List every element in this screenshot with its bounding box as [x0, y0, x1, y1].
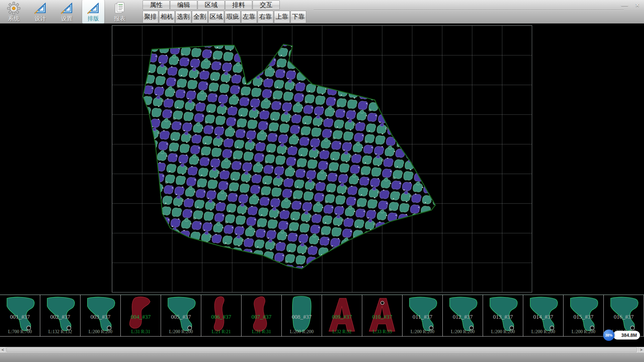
- minimize-button[interactable]: —: [621, 1, 629, 9]
- piece-lr-label: L:31 R:31: [121, 329, 161, 335]
- piece-thumbnail[interactable]: 014_#37 L:200 R:200: [523, 295, 564, 336]
- nav-tab-design[interactable]: 设计: [29, 0, 51, 23]
- piece-id-label: 012_#37: [443, 314, 483, 320]
- tool-row: 聚排 相机 选割 全割 区域 瑕疵 左靠 右靠 上靠 下靠: [143, 10, 307, 23]
- piece-id-label: 003_#37: [80, 314, 120, 320]
- menu-nesting[interactable]: 排料: [225, 0, 252, 10]
- piece-id-label: 014_#37: [523, 314, 563, 320]
- pieces-strip: 001_#37 L:700 R:700 002_#37 L:132 R:132 …: [0, 295, 644, 337]
- toolbar: 系统 设计 设置: [0, 0, 644, 23]
- report-icon: [113, 2, 126, 15]
- tool-select-cut[interactable]: 选割: [175, 11, 191, 23]
- piece-lr-label: L:200 R:200: [282, 329, 322, 335]
- nav-tab-layout[interactable]: 排版: [82, 0, 104, 23]
- piece-id-label: 005_#37: [161, 314, 201, 320]
- piece-thumbnail[interactable]: 006_#37 L:21 R:21: [201, 295, 241, 336]
- piece-thumbnail[interactable]: 011_#37 L:200 R:200: [402, 295, 443, 336]
- nav-tab-label: 报表: [114, 15, 125, 22]
- piece-id-label: 008_#37: [282, 314, 322, 320]
- tool-snap-left[interactable]: 左靠: [241, 11, 257, 23]
- gear-icon: [7, 2, 20, 15]
- nesting-canvas[interactable]: [0, 23, 644, 295]
- tool-cut-all[interactable]: 全割: [192, 11, 208, 23]
- memory-pill: 384.8M: [613, 331, 640, 340]
- piece-thumbnail[interactable]: 003_#37 L:200 R:200: [80, 295, 121, 336]
- set-square-icon: [87, 2, 100, 15]
- piece-thumbnail[interactable]: 009_#37 L:32 R:32: [322, 295, 362, 336]
- piece-id-label: 011_#37: [402, 314, 442, 320]
- piece-lr-label: L:200 R:200: [483, 329, 523, 335]
- progress-circle: 38%: [603, 329, 614, 341]
- nav-tab-label: 排版: [88, 15, 99, 22]
- close-button[interactable]: ×: [633, 1, 641, 9]
- piece-thumbnail[interactable]: 012_#37 L:200 R:200: [443, 295, 483, 336]
- horizontal-scrollbar[interactable]: < >: [0, 347, 644, 353]
- piece-id-label: 004_#37: [121, 314, 161, 320]
- set-square-icon: [34, 2, 47, 15]
- nav-tab-settings[interactable]: 设置: [56, 0, 78, 23]
- menu-region[interactable]: 区域: [198, 0, 225, 10]
- nav-tab-label: 设计: [35, 15, 46, 22]
- piece-id-label: 015_#37: [564, 314, 603, 320]
- piece-thumbnail[interactable]: 004_#37 L:31 R:31: [121, 295, 161, 336]
- toolbar-spacer: [307, 0, 644, 23]
- menu-interaction[interactable]: 交互: [253, 0, 280, 10]
- set-square-icon: [60, 2, 73, 15]
- piece-id-label: 007_#37: [241, 314, 281, 320]
- piece-thumbnail[interactable]: 008_#37 L:200 R:200: [282, 295, 322, 336]
- piece-id-label: 013_#37: [483, 314, 523, 320]
- tool-snap-right[interactable]: 右靠: [258, 11, 273, 23]
- piece-lr-label: L:132 R:132: [40, 329, 80, 335]
- progress-percent: 38%: [605, 333, 612, 337]
- piece-thumbnail[interactable]: 001_#37 L:700 R:700: [0, 295, 40, 336]
- memory-badge[interactable]: 384.8M 38%: [603, 329, 640, 341]
- nav-tabs: 系统 设计 设置: [0, 0, 135, 23]
- scroll-left-arrow[interactable]: <: [0, 347, 6, 353]
- piece-id-label: 010_#37: [362, 314, 402, 320]
- piece-id-label: 002_#37: [40, 314, 80, 320]
- memory-value: 384.8M: [621, 333, 637, 338]
- tool-snap-bottom[interactable]: 下靠: [290, 11, 306, 23]
- piece-lr-label: L:200 R:200: [443, 329, 483, 335]
- piece-lr-label: L:32 R:32: [322, 329, 362, 335]
- nav-tab-label: 设置: [61, 15, 72, 22]
- piece-thumbnail[interactable]: 013_#37 L:200 R:200: [483, 295, 523, 336]
- scrollbar-thumb[interactable]: [6, 347, 637, 352]
- tool-region[interactable]: 区域: [208, 11, 224, 23]
- piece-thumbnail[interactable]: 002_#37 L:132 R:132: [40, 295, 80, 336]
- nav-tab-report[interactable]: 报表: [109, 0, 131, 23]
- piece-thumbnail[interactable]: 015_#37 L:200 R:200: [564, 295, 604, 336]
- piece-lr-label: L:33 R:33: [362, 329, 402, 335]
- menu-edit[interactable]: 编辑: [170, 0, 197, 10]
- tool-cluster-nest[interactable]: 聚排: [143, 11, 158, 23]
- menu-row: 属性 编辑 区域 排料 交互: [143, 0, 307, 10]
- piece-lr-label: L:200 R:200: [402, 329, 442, 335]
- piece-id-label: 001_#37: [0, 314, 40, 320]
- piece-lr-label: L:200 R:200: [80, 329, 120, 335]
- piece-thumbnail[interactable]: 005_#37 L:200 R:200: [161, 295, 201, 336]
- tool-camera[interactable]: 相机: [159, 11, 175, 23]
- piece-lr-label: L:200 R:200: [161, 329, 201, 335]
- window-controls: — ×: [621, 1, 641, 9]
- nav-tab-system[interactable]: 系统: [3, 0, 25, 23]
- nav-tab-label: 系统: [8, 15, 19, 22]
- piece-lr-label: L:200 R:200: [523, 329, 563, 335]
- piece-thumbnail[interactable]: 007_#37 L:31 R:31: [241, 295, 282, 336]
- scroll-right-arrow[interactable]: >: [638, 347, 644, 353]
- tool-snap-top[interactable]: 上靠: [274, 11, 290, 23]
- piece-lr-label: L:200 R:200: [564, 329, 603, 335]
- piece-lr-label: L:21 R:21: [201, 329, 241, 335]
- tool-defect[interactable]: 瑕疵: [225, 11, 240, 23]
- menu-properties[interactable]: 属性: [143, 0, 170, 10]
- piece-lr-label: L:700 R:700: [0, 329, 40, 335]
- piece-id-label: 006_#37: [201, 314, 241, 320]
- piece-lr-label: L:31 R:31: [241, 329, 281, 335]
- window-bottom-frame: [0, 353, 644, 362]
- menu-area: 属性 编辑 区域 排料 交互 聚排 相机 选割 全割 区域 瑕疵 左靠 右靠 上…: [143, 0, 307, 23]
- piece-thumbnail[interactable]: 010_#37 L:33 R:33: [362, 295, 402, 336]
- piece-id-label: 016_#37: [604, 314, 644, 320]
- app-window: 系统 设计 设置: [0, 0, 644, 362]
- piece-id-label: 009_#37: [322, 314, 362, 320]
